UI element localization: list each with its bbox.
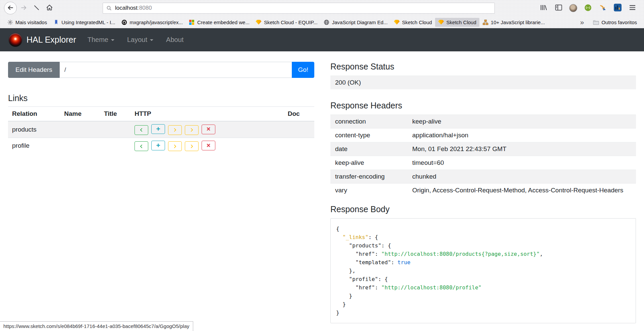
sidebar-button[interactable] <box>553 2 564 14</box>
x-icon: × <box>207 142 211 149</box>
json-line: } <box>336 292 630 300</box>
json-line: { <box>336 225 630 233</box>
bookmark-item[interactable]: Mais visitados <box>4 18 50 27</box>
response-status-table: 200 (OK) <box>330 76 636 89</box>
go-button[interactable]: Go! <box>292 62 314 78</box>
bookmark-item[interactable]: 10+ JavaScript librarie... <box>479 18 548 27</box>
extension-chart-button[interactable] <box>612 2 623 14</box>
bookmark-label: Sketch Cloud <box>446 19 476 25</box>
folder-icon <box>593 20 599 25</box>
http-get-button[interactable] <box>135 125 148 135</box>
response-header-row: dateMon, 01 Feb 2021 22:43:57 GMT <box>330 142 636 156</box>
http-post-button[interactable]: + <box>151 141 165 150</box>
http-put-button[interactable] <box>168 141 182 151</box>
http-delete-button[interactable]: × <box>202 141 215 150</box>
bookmark-item[interactable]: Sketch Cloud - EQUIP... <box>253 18 321 27</box>
sidebar-icon <box>555 4 562 12</box>
back-button[interactable] <box>4 2 17 14</box>
other-favorites-folder[interactable]: Outros favoritos <box>590 18 640 27</box>
other-favorites-label: Outros favoritos <box>601 19 637 25</box>
bookmark-item[interactable]: Sketch Cloud <box>391 18 435 27</box>
caret-down-icon <box>111 39 114 41</box>
nav-item-theme[interactable]: Theme <box>88 36 114 44</box>
header-value: Mon, 01 Feb 2021 22:43:57 GMT <box>408 142 636 156</box>
caret-down-icon <box>150 39 153 41</box>
bookmark-item[interactable]: Sketch Cloud <box>435 18 479 27</box>
link-relation: profile <box>8 138 60 154</box>
json-line: } <box>336 309 630 317</box>
http-post-button[interactable]: + <box>151 124 165 134</box>
library-button[interactable] <box>538 2 549 14</box>
bookmark-label: 10+ JavaScript librarie... <box>491 19 545 25</box>
link-name <box>60 121 100 138</box>
chevron-right-icon <box>173 128 176 132</box>
forward-button[interactable] <box>18 2 30 14</box>
json-line: "products": { <box>336 241 630 250</box>
chevron-right-icon <box>173 144 176 148</box>
menu-button[interactable] <box>627 2 638 14</box>
response-status-title: Response Status <box>330 62 636 72</box>
bookmark-item[interactable]: mxgraph/javascript/ex... <box>118 18 186 27</box>
header-name: date <box>330 142 408 156</box>
http-get-button[interactable] <box>135 141 148 151</box>
bookmark-label: JavaScript Diagram Ed... <box>332 19 388 25</box>
bookmark-label: Sketch Cloud - EQUIP... <box>264 19 318 25</box>
home-button[interactable] <box>44 2 55 14</box>
http-patch-button[interactable] <box>185 141 199 151</box>
bookmark-blue-icon <box>53 19 59 25</box>
response-header-row: transfer-encodingchunked <box>330 170 636 184</box>
response-header-row: varyOrigin, Access-Control-Request-Metho… <box>330 184 636 197</box>
link-title <box>100 138 130 154</box>
col-relation: Relation <box>8 107 60 122</box>
brand-link[interactable]: HAL Explorer <box>9 33 76 47</box>
response-body-title: Response Body <box>330 204 636 214</box>
nav-item-layout[interactable]: Layout <box>127 36 153 44</box>
header-name: keep-alive <box>330 156 408 170</box>
bookmark-label: mxgraph/javascript/ex... <box>130 19 183 25</box>
bookmark-item[interactable]: Create embedded we... <box>186 18 253 27</box>
microsoft-icon <box>189 20 195 25</box>
bookmark-item[interactable]: Using IntegratedML - I... <box>50 18 118 27</box>
link-title <box>100 121 130 138</box>
home-icon <box>46 4 53 12</box>
hamburger-menu-icon <box>629 4 636 12</box>
link-http-actions: +× <box>130 121 284 138</box>
gear-icon <box>7 19 13 25</box>
arrow-extension-icon <box>599 4 606 12</box>
uri-input[interactable] <box>60 62 292 78</box>
link-doc <box>284 138 314 154</box>
forward-icon <box>20 4 27 12</box>
header-name: connection <box>330 115 408 129</box>
nav-item-about[interactable]: About <box>166 36 183 44</box>
response-header-row: content-typeapplication/hal+json <box>330 129 636 142</box>
chevron-right-icon <box>190 128 193 132</box>
col-http: HTTP <box>130 107 284 122</box>
bookmark-label: Using IntegratedML - I... <box>61 19 115 25</box>
edit-headers-button[interactable]: Edit Headers <box>8 62 60 78</box>
response-body-box: { "_links": { "products": { "href": "htt… <box>330 218 636 323</box>
bookmarks-overflow-chevron[interactable]: » <box>577 18 587 26</box>
reload-button[interactable] <box>31 2 42 14</box>
main-content: Edit Headers Go! Links Relation Name Tit… <box>0 51 644 323</box>
sketch-icon <box>394 19 400 25</box>
extension-arrow-button[interactable] <box>597 2 608 14</box>
extension-green-button[interactable] <box>582 2 594 14</box>
links-table-header: Relation Name Title HTTP Doc <box>8 107 314 122</box>
avatar <box>569 4 577 12</box>
plus-icon: + <box>156 125 160 132</box>
address-bar[interactable]: localhost :8080 <box>103 3 495 14</box>
link-name <box>60 138 100 154</box>
bookmark-item[interactable]: JavaScript Diagram Ed... <box>321 18 391 27</box>
header-name: content-type <box>330 129 408 142</box>
bookmark-label: Sketch Cloud <box>402 19 432 25</box>
links-table: Relation Name Title HTTP Doc products+×p… <box>8 106 314 154</box>
response-headers-table: connectionkeep-alivecontent-typeapplicat… <box>330 114 636 197</box>
http-delete-button[interactable]: × <box>202 125 215 134</box>
url-host: localhost <box>115 5 138 11</box>
account-button[interactable] <box>568 2 579 14</box>
http-put-button[interactable] <box>168 125 182 135</box>
http-patch-button[interactable] <box>185 125 199 135</box>
status-bar-url: https://www.sketch.com/s/e084b69f-1716-4… <box>0 321 193 331</box>
globe-icon <box>324 19 330 25</box>
navbar-menu: ThemeLayoutAbout <box>88 36 184 44</box>
